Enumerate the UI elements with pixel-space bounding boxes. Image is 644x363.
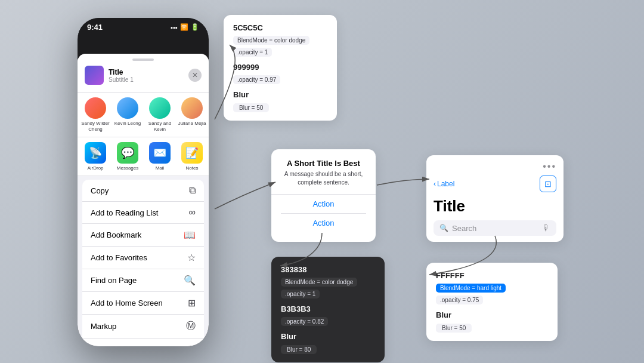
favorites-icon: ☆ — [187, 252, 196, 263]
dark-blend-mode-tag: BlendMode = color dodge — [281, 278, 357, 287]
app-label: Mail — [156, 165, 165, 171]
battery-icon: 🔋 — [191, 23, 199, 31]
spec-card-dark-bottom: 383838 BlendMode = color dodge .opacity … — [271, 257, 385, 362]
bookmark-icon: 📖 — [184, 229, 196, 241]
alert-message: A message should be a short, complete se… — [281, 170, 366, 187]
contact-item[interactable]: Juliana Mejia — [177, 97, 208, 132]
contact-item[interactable]: Sandy and Kevin — [144, 97, 175, 132]
status-icons: ▪▪▪ 🛜 🔋 — [171, 23, 199, 31]
nav-action-button[interactable]: ⊡ — [540, 176, 556, 192]
share-title: Title — [109, 68, 134, 76]
action-find[interactable]: Find on Page 🔍 — [82, 269, 204, 292]
microphone-icon: 🎙 — [542, 223, 550, 233]
action-markup[interactable]: Markup Ⓜ — [82, 315, 204, 339]
print-label: Print — [91, 345, 107, 346]
alert-action-1[interactable]: Action — [281, 195, 366, 214]
dark-spec-tags-2: .opacity = 0.82 — [281, 317, 375, 326]
action-copy[interactable]: Copy ⧉ — [82, 180, 204, 202]
app-item-notes[interactable]: 📝 Notes — [177, 142, 208, 171]
spec-card-light-top: 5C5C5C BlendMode = color dodge .opacity … — [224, 15, 337, 121]
alert-action-2[interactable]: Action — [281, 214, 366, 232]
br-color-label-1: FFFFFF — [436, 271, 548, 280]
search-icon: 🔍 — [439, 224, 448, 232]
app-item-messages[interactable]: 💬 Messages — [112, 142, 143, 171]
signal-icon: ▪▪▪ — [171, 24, 178, 31]
share-close-button[interactable]: ✕ — [188, 69, 202, 82]
dark-spec-tags-1: BlendMode = color dodge .opacity = 1 — [281, 278, 375, 299]
home-screen-label: Add to Home Screen — [91, 299, 163, 307]
br-blend-mode-tag: BlendMode = hard light — [436, 284, 506, 293]
br-blur-label: Blur — [436, 310, 548, 319]
contact-name: Sandy Wilder Cheng — [80, 121, 111, 132]
dark-opacity-tag-2: .opacity = 0.82 — [281, 317, 328, 326]
br-spec-tags: BlendMode = hard light .opacity = 0.75 — [436, 284, 548, 304]
apps-row: 📡 AirDrop 💬 Messages ✉️ Mail 📝 Notes 🔴 R… — [78, 137, 209, 176]
bookmark-label: Add Bookmark — [91, 230, 141, 239]
action-reading-list[interactable]: Add to Reading List ∞ — [82, 202, 204, 224]
action-favorites[interactable]: Add to Favorites ☆ — [82, 247, 204, 269]
airdrop-icon: 📡 — [85, 142, 106, 164]
copy-label: Copy — [91, 186, 109, 195]
find-icon: 🔍 — [184, 275, 196, 286]
spec-tags-1: BlendMode = color dodge .opacity = 1 — [233, 36, 327, 57]
drag-handle — [132, 59, 154, 61]
contact-item[interactable]: Kevin Leong — [112, 97, 143, 132]
nav-dots: ••• — [434, 161, 556, 172]
app-label: AirDrop — [87, 165, 103, 171]
nav-back-button[interactable]: ‹ Label — [434, 180, 454, 188]
app-item-airdrop[interactable]: 📡 AirDrop — [80, 142, 111, 171]
share-thumbnail — [85, 66, 104, 85]
notes-icon: 📝 — [181, 142, 203, 164]
nav-bar-card: ••• ‹ Label ⊡ Title 🔍 Search 🎙 — [426, 155, 564, 242]
dark-color-label-1: 383838 — [281, 265, 375, 274]
blur-section-label: Blur — [233, 90, 327, 99]
status-bar: 9:41 ▪▪▪ 🛜 🔋 — [78, 18, 209, 34]
mail-icon: ✉️ — [149, 142, 171, 164]
action-print[interactable]: Print 🖨 — [82, 339, 204, 346]
contact-name: Sandy and Kevin — [144, 121, 175, 132]
app-item-mail[interactable]: ✉️ Mail — [144, 142, 175, 171]
br-blur-value: Blur = 50 — [436, 324, 472, 333]
favorites-label: Add to Favorites — [91, 253, 147, 262]
blend-mode-tag: BlendMode = color dodge — [233, 36, 309, 45]
phone-mockup: 9:41 ▪▪▪ 🛜 🔋 Title Subtitle 1 ✕ Sandy Wi… — [78, 18, 209, 346]
nav-large-title: Title — [434, 197, 556, 216]
markup-label: Markup — [91, 322, 116, 331]
spec-tags-2: .opacity = 0.97 — [233, 75, 327, 84]
nav-back-label: Label — [437, 180, 454, 188]
search-placeholder: Search — [452, 224, 538, 233]
alert-title: A Short Title Is Best — [281, 159, 366, 168]
color-label-1: 5C5C5C — [233, 23, 327, 32]
messages-icon: 💬 — [117, 142, 138, 164]
dark-color-label-2: B3B3B3 — [281, 304, 375, 313]
avatar — [117, 97, 138, 119]
copy-icon: ⧉ — [189, 185, 196, 196]
reading-list-label: Add to Reading List — [91, 208, 158, 217]
avatar — [149, 97, 171, 119]
action-list: Copy ⧉ Add to Reading List ∞ Add Bookmar… — [82, 180, 204, 346]
contacts-row: Sandy Wilder Cheng Kevin Leong Sandy and… — [78, 93, 209, 137]
contact-name: Kevin Leong — [114, 121, 141, 127]
share-subtitle: Subtitle 1 — [109, 76, 134, 83]
reading-list-icon: ∞ — [189, 207, 196, 218]
alert-dialog-card: A Short Title Is Best A message should b… — [271, 149, 376, 242]
app-label: Messages — [117, 165, 138, 171]
find-label: Find on Page — [91, 276, 137, 285]
share-header: Title Subtitle 1 ✕ — [78, 54, 209, 93]
opacity-tag-2: .opacity = 0.97 — [233, 75, 280, 84]
share-sheet: Title Subtitle 1 ✕ Sandy Wilder Cheng Ke… — [78, 54, 209, 346]
nav-bar-row: ‹ Label ⊡ — [434, 176, 556, 192]
nav-search-bar[interactable]: 🔍 Search 🎙 — [434, 220, 556, 236]
action-home-screen[interactable]: Add to Home Screen ⊞ — [82, 292, 204, 315]
contact-item[interactable]: Sandy Wilder Cheng — [80, 97, 111, 132]
opacity-tag: .opacity = 1 — [233, 48, 272, 57]
chevron-left-icon: ‹ — [434, 180, 436, 188]
dark-blur-label: Blur — [281, 332, 375, 341]
spec-card-bottom-right: FFFFFF BlendMode = hard light .opacity =… — [426, 263, 558, 341]
markup-icon: Ⓜ — [186, 320, 196, 333]
dark-blur-value: Blur = 80 — [281, 345, 317, 354]
action-bookmark[interactable]: Add Bookmark 📖 — [82, 224, 204, 247]
blur-value-tag: Blur = 50 — [233, 103, 269, 112]
wifi-icon: 🛜 — [180, 23, 188, 31]
color-label-2: 999999 — [233, 63, 327, 72]
